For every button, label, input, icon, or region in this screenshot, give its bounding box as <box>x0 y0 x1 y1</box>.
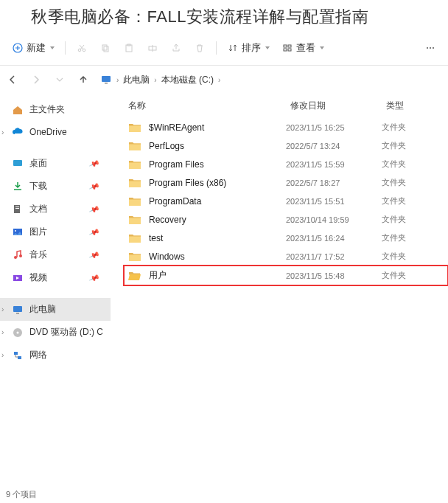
svg-rect-8 <box>284 45 287 47</box>
sort-icon <box>227 42 239 54</box>
file-name-cell: Recovery <box>128 215 286 225</box>
file-row[interactable]: Windows2023/11/7 17:52文件夹 <box>124 247 448 266</box>
desktop-icon <box>12 158 24 170</box>
file-name-cell: PerfLogs <box>128 141 286 151</box>
picture-icon <box>12 226 24 238</box>
svg-rect-19 <box>15 207 19 207</box>
file-date: 2023/11/5 16:25 <box>286 123 382 132</box>
status-bar: 9 个项目 <box>6 489 37 500</box>
view-button[interactable]: 查看 <box>276 38 330 58</box>
music-icon <box>12 249 24 261</box>
expand-icon[interactable]: › <box>1 128 4 136</box>
sidebar-item-documents[interactable]: 文档 📌 <box>0 198 111 221</box>
chevron-right-icon: › <box>154 76 156 84</box>
rename-button[interactable] <box>141 39 164 57</box>
sidebar-item-label: 网络 <box>29 349 47 361</box>
page-title: 秋季电脑必备：FALL安装流程详解与配置指南 <box>0 0 448 35</box>
file-row[interactable]: test2023/11/5 16:24文件夹 <box>124 229 448 247</box>
network-icon <box>12 350 24 361</box>
svg-rect-9 <box>288 45 291 47</box>
file-type: 文件夹 <box>382 122 441 133</box>
file-list-pane: 名称 修改日期 类型 $WinREAgent2023/11/5 16:25文件夹… <box>111 94 448 485</box>
sidebar-item-label: OneDrive <box>29 127 67 137</box>
file-row[interactable]: PerfLogs2022/5/7 13:24文件夹 <box>124 136 448 155</box>
column-headers[interactable]: 名称 修改日期 类型 <box>111 94 448 118</box>
sidebar-item-thispc[interactable]: › 此电脑 <box>0 298 111 321</box>
more-button[interactable] <box>419 39 442 57</box>
download-icon <box>12 181 24 192</box>
expand-icon[interactable]: › <box>1 351 4 359</box>
sidebar-item-network[interactable]: › 网络 <box>0 344 111 367</box>
recent-button[interactable] <box>53 73 66 86</box>
navigation-bar: › 此电脑 › 本地磁盘 (C:) › <box>0 66 448 94</box>
svg-point-13 <box>430 47 431 49</box>
file-row[interactable]: Recovery2023/10/14 19:59文件夹 <box>124 210 448 229</box>
sidebar-item-label: 桌面 <box>29 157 47 170</box>
column-date[interactable]: 修改日期 <box>290 100 386 112</box>
sort-label: 排序 <box>242 41 261 55</box>
file-row[interactable]: ProgramData2023/11/5 15:51文件夹 <box>124 192 448 210</box>
sidebar-item-desktop[interactable]: 桌面 📌 <box>0 152 111 175</box>
file-type: 文件夹 <box>382 270 441 281</box>
pin-icon: 📌 <box>88 249 99 260</box>
back-button[interactable] <box>6 73 19 86</box>
cloud-icon <box>12 126 24 138</box>
sidebar-item-home[interactable]: 主文件夹 <box>0 98 111 121</box>
pin-icon: 📌 <box>88 181 99 191</box>
sidebar-item-pictures[interactable]: 图片 📌 <box>0 221 111 243</box>
sidebar-item-onedrive[interactable]: › OneDrive <box>0 121 111 143</box>
cut-button[interactable] <box>70 39 94 57</box>
column-name[interactable]: 名称 <box>128 100 290 112</box>
file-type: 文件夹 <box>382 214 441 225</box>
file-row[interactable]: 用户2023/11/5 15:48文件夹 <box>124 266 448 285</box>
chevron-right-icon: › <box>116 76 119 84</box>
forward-button[interactable] <box>29 73 43 86</box>
svg-point-14 <box>433 47 434 49</box>
svg-rect-18 <box>14 205 20 213</box>
trash-icon <box>194 42 206 54</box>
file-type: 文件夹 <box>382 195 441 207</box>
file-name: $WinREAgent <box>149 122 204 133</box>
breadcrumb[interactable]: › 此电脑 › 本地磁盘 (C:) › <box>100 74 442 86</box>
expand-icon[interactable]: › <box>1 328 4 336</box>
svg-rect-20 <box>15 208 19 209</box>
sort-button[interactable]: 排序 <box>221 38 276 58</box>
pin-icon: 📌 <box>88 226 99 237</box>
sidebar-item-label: 下载 <box>29 180 47 192</box>
expand-icon[interactable]: › <box>1 305 4 313</box>
copy-button[interactable] <box>94 39 117 57</box>
file-row[interactable]: Program Files (x86)2022/5/7 18:27文件夹 <box>124 173 448 192</box>
file-type: 文件夹 <box>382 159 441 170</box>
breadcrumb-drive[interactable]: 本地磁盘 (C:) <box>161 74 214 86</box>
copy-icon <box>99 42 111 54</box>
chevron-down-icon <box>50 46 55 49</box>
sidebar-item-music[interactable]: 音乐 📌 <box>0 243 111 266</box>
sidebar-item-videos[interactable]: 视频 📌 <box>0 266 111 289</box>
svg-point-12 <box>427 47 428 49</box>
sidebar-item-downloads[interactable]: 下载 📌 <box>0 175 111 198</box>
file-type: 文件夹 <box>382 177 441 188</box>
paste-button[interactable] <box>117 39 141 57</box>
file-date: 2023/11/5 15:51 <box>286 197 382 206</box>
file-name: Windows <box>149 252 185 262</box>
svg-rect-10 <box>284 49 287 51</box>
sidebar-item-label: 图片 <box>29 226 47 238</box>
file-type: 文件夹 <box>382 251 441 262</box>
up-button[interactable] <box>77 73 90 86</box>
column-type[interactable]: 类型 <box>386 100 445 112</box>
folder-icon <box>128 215 141 225</box>
pin-icon: 📌 <box>88 204 99 214</box>
folder-icon <box>128 141 141 151</box>
sidebar-item-dvd[interactable]: › DVD 驱动器 (D:) C <box>0 321 111 344</box>
new-button[interactable]: 新建 <box>6 38 60 58</box>
view-label: 查看 <box>296 41 315 55</box>
file-row[interactable]: $WinREAgent2023/11/5 16:25文件夹 <box>124 118 448 136</box>
breadcrumb-root[interactable]: 此电脑 <box>123 74 150 86</box>
sidebar-item-label: 文档 <box>29 203 47 215</box>
file-row[interactable]: Program Files2023/11/5 15:59文件夹 <box>124 155 448 173</box>
file-date: 2022/5/7 13:24 <box>286 142 382 150</box>
document-icon <box>12 204 24 215</box>
share-button[interactable] <box>164 39 188 57</box>
svg-rect-3 <box>102 45 107 50</box>
delete-button[interactable] <box>188 39 211 57</box>
